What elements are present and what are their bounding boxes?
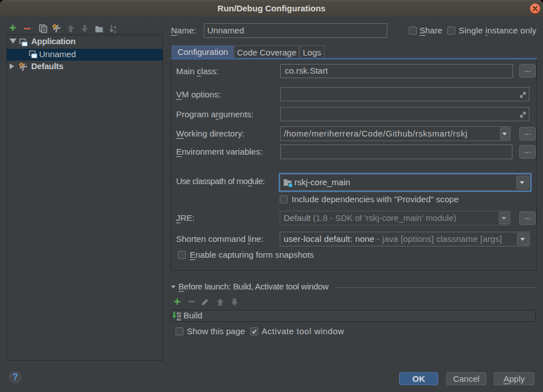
svg-text:01: 01 <box>177 318 181 321</box>
svg-text:z: z <box>114 29 116 33</box>
